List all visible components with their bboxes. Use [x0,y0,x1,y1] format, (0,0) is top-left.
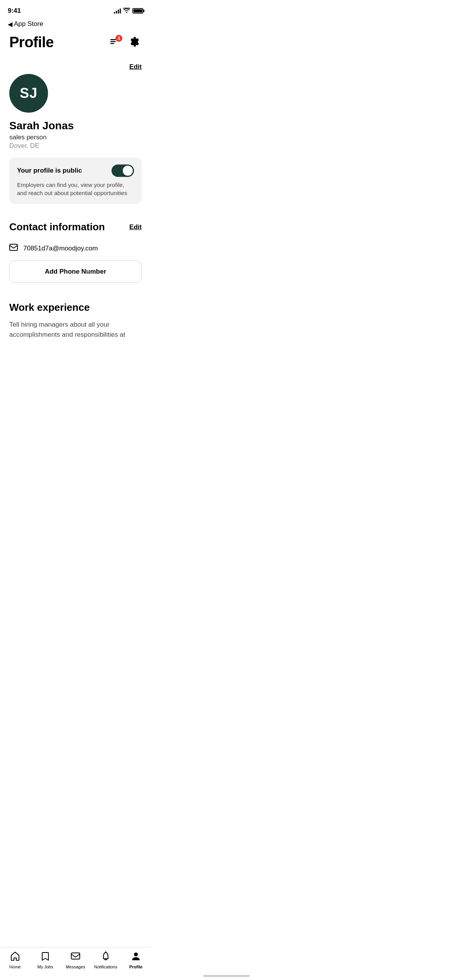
toggle-knob [123,166,133,176]
work-description: Tell hiring managers about all your acco… [9,320,142,339]
back-link[interactable]: ◀ App Store [8,20,143,28]
avatar: SJ [9,74,48,113]
mail-icon [9,244,18,253]
contact-email-row: 70851d7a@moodjoy.com [9,241,142,260]
back-label: App Store [14,20,43,28]
battery-icon [132,8,143,14]
work-section-title: Work experience [9,302,142,314]
public-card-top: Your profile is public [17,164,134,177]
gear-icon [129,36,140,49]
wifi-icon [123,8,130,14]
signal-bars-icon [114,8,121,14]
profile-edit-button[interactable]: Edit [129,63,142,71]
contact-edit-button[interactable]: Edit [129,223,142,231]
avatar-initials: SJ [20,85,38,101]
contact-section: Contact information Edit 70851d7a@moodjo… [0,212,151,292]
email-value: 70851d7a@moodjoy.com [23,245,98,252]
status-time: 9:41 [8,7,21,15]
user-location: Dover, DE [9,142,142,150]
public-profile-card: Your profile is public Employers can fin… [9,158,142,204]
svg-rect-1 [110,41,116,42]
profile-section: Edit SJ Sarah Jonas sales person Dover, … [0,57,151,212]
svg-rect-3 [10,244,17,250]
back-nav[interactable]: ◀ App Store [0,19,151,30]
user-name: Sarah Jonas [9,120,142,132]
status-bar: 9:41 [0,0,151,19]
header-actions: 3 [108,36,142,50]
contact-section-header: Contact information Edit [9,221,142,233]
page-title: Profile [9,34,54,51]
work-section: Work experience Tell hiring managers abo… [0,292,151,339]
user-job-title: sales person [9,134,142,141]
public-label: Your profile is public [17,167,82,175]
public-description: Employers can find you, view your profil… [17,181,134,197]
contact-section-title: Contact information [9,221,105,233]
add-phone-button[interactable]: Add Phone Number [9,260,142,283]
svg-rect-0 [110,39,116,40]
public-profile-toggle[interactable] [112,164,134,177]
back-arrow-icon: ◀ [8,21,12,28]
notifications-list-button[interactable]: 3 [108,36,122,50]
svg-rect-2 [110,43,114,44]
settings-button[interactable] [128,36,142,50]
notification-badge: 3 [115,35,122,42]
page-header: Profile 3 [0,30,151,57]
status-icons [114,8,143,14]
profile-edit-row: Edit [9,63,142,71]
